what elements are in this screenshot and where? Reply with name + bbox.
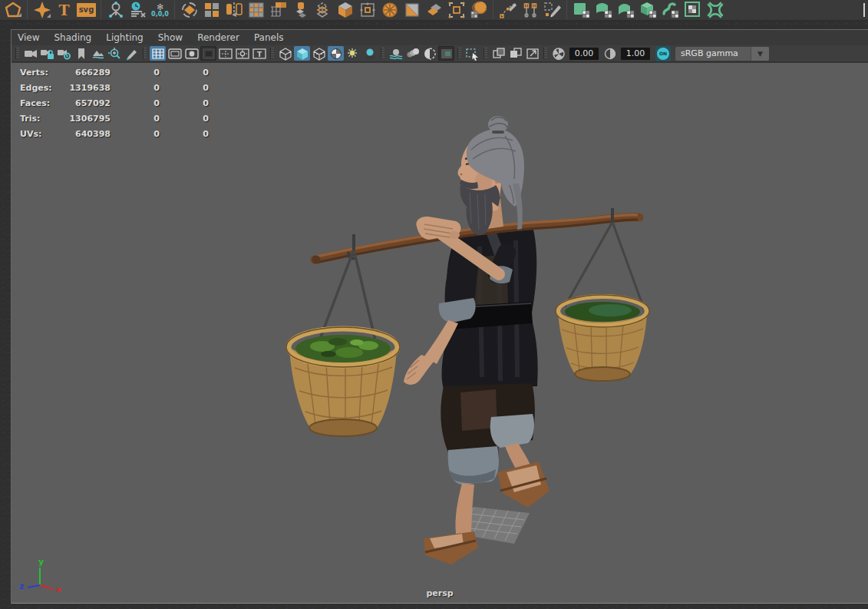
hud-col3: 0 [160,83,209,93]
lights-button[interactable] [345,46,361,61]
character-head[interactable] [458,116,524,235]
wireframe-button[interactable] [277,46,293,61]
grid-toggle-button[interactable] [150,46,166,61]
menu-panels[interactable]: Panels [254,32,284,43]
cube-primitive-icon[interactable] [334,0,356,20]
type-tool-glyph: T [58,3,69,18]
green-cross-icon[interactable] [704,0,726,20]
toolbar-separator [543,48,547,59]
on-toggle-label: ON [657,48,669,60]
right-basket[interactable] [556,208,649,381]
chevron-down-icon: ▼ [751,47,769,61]
shelf-separator [493,1,493,19]
shelf-separator [566,1,567,19]
menu-show[interactable]: Show [158,32,183,43]
exposure-field[interactable]: 0.00 [569,48,599,60]
menu-lighting[interactable]: Lighting [106,32,144,43]
left-basket[interactable] [286,234,400,437]
film-gate-button[interactable] [167,46,183,61]
hud-label: UVs: [20,129,66,139]
shelf-scroll-indicator[interactable] [863,3,865,17]
textured-cube-button[interactable] [311,46,327,61]
resolution-gate-button[interactable] [183,46,200,61]
panel-toolbar: T 0.00 1.00 ON sRGB [12,45,868,62]
camera-select-button[interactable] [22,46,38,61]
hud-col3: 0 [160,114,209,124]
time-editor-icon[interactable] [127,0,149,20]
hud-col2: 0 [111,114,160,124]
menu-view[interactable]: View [18,32,39,43]
multi-cut-icon[interactable] [245,0,267,20]
pan-zoom-button[interactable] [107,46,123,61]
green-curve-icon[interactable] [659,0,682,20]
exposure-icon[interactable] [550,46,566,61]
hud-total: 657092 [66,98,111,108]
ik-handles-icon[interactable] [519,0,541,20]
camera-attributes-button[interactable] [56,46,72,61]
selection-highlight-button[interactable] [464,46,480,61]
grease-pencil-shelf-icon[interactable] [541,0,563,20]
viewport-3d[interactable]: Verts: 666289 0 0 Edges: 1319638 0 0 Fac… [12,63,868,604]
curve-pen-icon[interactable] [497,0,519,20]
snowflake-glyph: ✻ [157,3,163,12]
hud-col2: 0 [111,83,160,93]
isolate-select-button[interactable] [438,46,454,61]
view-transform-dropdown[interactable]: sRGB gamma ▼ [675,47,769,61]
safe-title-button[interactable]: T [251,46,267,61]
uv-snapshot-button[interactable] [524,46,540,61]
xray-button[interactable] [421,46,437,61]
image-plane-button[interactable] [90,46,106,61]
sweep-mesh-icon[interactable] [178,0,200,20]
hud-label: Edges: [20,83,66,93]
split-face-icon[interactable] [401,0,423,20]
motion-trail-icon[interactable] [104,0,127,20]
poly-sphere-icon[interactable] [2,0,24,20]
field-chart-button[interactable] [217,46,233,61]
hud-label: Tris: [20,114,66,124]
toolbar-drag-handle[interactable] [15,48,19,59]
green-plane-icon[interactable] [570,0,592,20]
lattice-deform-icon[interactable] [445,0,467,20]
circularize-icon[interactable] [378,0,401,20]
shelf-bar: T svg ✻0,0,0 [0,0,868,21]
bookmark-button[interactable] [73,46,89,61]
smooth-shaded-button[interactable] [294,46,310,61]
paste-view-button[interactable] [507,46,523,61]
green-wave-icon[interactable] [615,0,637,20]
texture-sphere-icon[interactable] [467,0,490,20]
hud-total: 1306795 [66,114,111,124]
gamma-field[interactable]: 1.00 [621,48,650,60]
ocean-button[interactable] [388,46,404,61]
shadows-button[interactable] [361,46,378,61]
curve-warp-icon[interactable] [356,0,378,20]
contrast-icon[interactable] [602,46,618,61]
green-surface-icon[interactable] [592,0,615,20]
safe-action-button[interactable] [234,46,250,61]
svg-tool-glyph: svg [77,3,97,17]
extrude-face-icon[interactable] [289,0,312,20]
gate-mask-button[interactable] [200,46,216,61]
booleans-stack-icon[interactable] [312,0,334,20]
axis-y-label: y [38,557,44,567]
sparkle-create-icon[interactable] [31,0,53,20]
svg-tool-icon[interactable]: svg [75,0,97,20]
shelf-separator [27,1,28,19]
green-checker-icon[interactable] [682,0,704,20]
toolbar-separator [457,48,461,59]
hud-col3: 0 [160,129,209,139]
color-management-toggle[interactable]: ON [655,46,671,61]
copy-view-button[interactable] [490,46,507,61]
boolean-diamonds-icon[interactable] [423,0,445,20]
camera-lock-button[interactable] [39,46,55,61]
green-cube-icon[interactable] [637,0,659,20]
menu-renderer[interactable]: Renderer [197,32,239,43]
grease-pencil-button[interactable] [124,46,140,61]
snap-keys-icon[interactable]: ✻0,0,0 [149,0,171,20]
quad-draw-icon[interactable] [267,0,289,20]
mirror-geometry-icon[interactable] [223,0,245,20]
type-tool-icon[interactable]: T [53,0,75,20]
motion-trails-button[interactable] [404,46,421,61]
textured-button[interactable] [328,46,344,61]
menu-shading[interactable]: Shading [54,32,91,43]
quad-patch-icon[interactable] [200,0,223,20]
